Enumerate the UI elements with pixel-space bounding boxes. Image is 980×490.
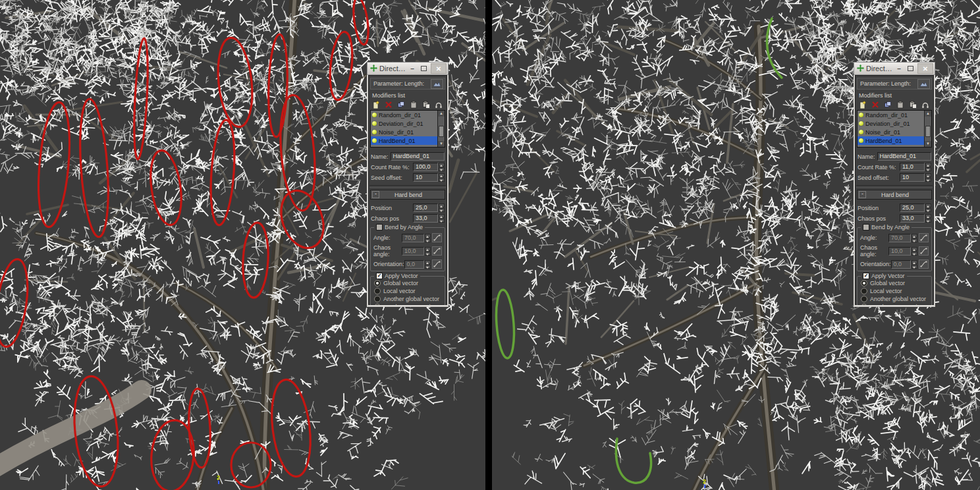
modifiers-list[interactable]: Random_dir_01 Deviation_dir_01 Noise_dir… bbox=[857, 110, 932, 148]
position-spinner[interactable] bbox=[439, 204, 445, 212]
paste-instanced-icon[interactable] bbox=[420, 99, 431, 109]
hard-bend-rollout-header[interactable]: - Hard bend bbox=[370, 190, 445, 200]
radio-another-global-vector[interactable]: Another global vector bbox=[861, 296, 931, 302]
position-spinner[interactable] bbox=[925, 204, 931, 212]
modifier-item[interactable]: Random_dir_01 bbox=[858, 111, 924, 119]
paste-modifier-icon[interactable] bbox=[408, 99, 419, 109]
lightbulb-icon[interactable] bbox=[859, 113, 863, 117]
lightbulb-icon[interactable] bbox=[372, 121, 377, 126]
radio-icon[interactable] bbox=[374, 288, 381, 294]
radio-global-vector[interactable]: Global vector bbox=[374, 280, 444, 286]
curve-icon[interactable] bbox=[919, 233, 929, 242]
modifier-item[interactable]: Deviation_dir_01 bbox=[371, 119, 437, 128]
seed-offset-input[interactable]: 10 bbox=[413, 173, 438, 182]
delete-modifier-icon[interactable] bbox=[383, 99, 394, 109]
curve-icon[interactable] bbox=[432, 259, 442, 269]
headphones-icon[interactable] bbox=[433, 99, 444, 109]
lightbulb-icon[interactable] bbox=[859, 138, 863, 143]
maximize-button[interactable] bbox=[419, 64, 429, 73]
scroll-thumb[interactable] bbox=[925, 126, 931, 137]
radio-icon[interactable] bbox=[861, 288, 867, 294]
bend-by-angle-checkbox[interactable] bbox=[376, 224, 383, 231]
chaos-angle-spinner[interactable] bbox=[912, 247, 917, 256]
lightbulb-icon[interactable] bbox=[372, 130, 377, 134]
minimize-button[interactable]: – bbox=[408, 64, 418, 73]
radio-icon[interactable] bbox=[861, 304, 867, 307]
curve-icon[interactable] bbox=[919, 246, 929, 256]
angle-spinner[interactable] bbox=[912, 234, 917, 242]
paste-instanced-icon[interactable] bbox=[907, 99, 918, 109]
angle-input[interactable]: 70,0 bbox=[402, 234, 424, 242]
minimize-button[interactable]: – bbox=[894, 64, 904, 73]
modifier-item-selected[interactable]: HardBend_01 bbox=[371, 136, 437, 145]
dialog-titlebar[interactable]: Direct… – ✕ bbox=[367, 62, 449, 75]
apply-vector-checkbox[interactable] bbox=[376, 273, 383, 279]
dialog-titlebar[interactable]: Direct… – ✕ bbox=[854, 62, 935, 75]
apply-vector-checkbox[interactable] bbox=[863, 273, 869, 279]
graph-icon[interactable] bbox=[431, 79, 443, 89]
count-rate-spinner[interactable] bbox=[439, 163, 445, 171]
modifier-item[interactable]: Deviation_dir_01 bbox=[858, 119, 924, 128]
radio-icon[interactable] bbox=[861, 296, 867, 302]
chaos-angle-input[interactable]: 10,0 bbox=[402, 247, 424, 256]
curve-icon[interactable] bbox=[432, 233, 442, 242]
chaos-pos-spinner[interactable] bbox=[925, 214, 931, 223]
scroll-down-icon[interactable]: ▼ bbox=[438, 141, 445, 147]
chaos-pos-spinner[interactable] bbox=[439, 214, 445, 223]
radio-icon[interactable] bbox=[374, 280, 381, 286]
orientation-spinner[interactable] bbox=[425, 260, 431, 269]
new-modifier-icon[interactable] bbox=[370, 99, 381, 109]
new-modifier-icon[interactable] bbox=[857, 99, 868, 109]
bend-by-angle-checkbox[interactable] bbox=[863, 224, 869, 231]
orientation-input[interactable]: 0,0 bbox=[891, 260, 911, 269]
paste-modifier-icon[interactable] bbox=[894, 99, 906, 109]
scroll-thumb[interactable] bbox=[439, 126, 444, 137]
radio-local-vector[interactable]: Local vector bbox=[374, 288, 444, 294]
curve-icon[interactable] bbox=[919, 259, 929, 269]
maximize-button[interactable] bbox=[906, 64, 915, 73]
copy-modifier-icon[interactable] bbox=[882, 99, 893, 109]
delete-modifier-icon[interactable] bbox=[869, 99, 881, 109]
count-rate-spinner[interactable] bbox=[925, 163, 931, 171]
close-button[interactable]: ✕ bbox=[917, 63, 933, 74]
chaos-pos-input[interactable]: 33,0 bbox=[413, 214, 438, 223]
radio-another-target-point[interactable]: Another target point bbox=[861, 304, 931, 307]
orientation-input[interactable]: 0,0 bbox=[404, 260, 424, 269]
headphones-icon[interactable] bbox=[919, 99, 931, 109]
curve-icon[interactable] bbox=[432, 246, 442, 256]
modifier-item-selected[interactable]: HardBend_01 bbox=[858, 136, 924, 145]
chaos-angle-input[interactable]: 10,0 bbox=[888, 247, 911, 256]
modifier-item[interactable]: Noise_dir_01 bbox=[371, 128, 437, 136]
name-input[interactable]: HardBend_01 bbox=[877, 152, 931, 161]
seed-offset-spinner[interactable] bbox=[925, 173, 931, 182]
radio-another-global-vector[interactable]: Another global vector bbox=[374, 296, 444, 302]
radio-icon[interactable] bbox=[374, 296, 381, 302]
close-button[interactable]: ✕ bbox=[431, 63, 447, 74]
angle-input[interactable]: 70,0 bbox=[888, 234, 911, 242]
chaos-angle-spinner[interactable] bbox=[425, 247, 431, 256]
angle-spinner[interactable] bbox=[425, 234, 431, 242]
name-input[interactable]: HardBend_01 bbox=[391, 152, 445, 161]
modifiers-list[interactable]: Random_dir_01 Deviation_dir_01 Noise_dir… bbox=[370, 110, 445, 148]
collapse-icon[interactable]: - bbox=[372, 191, 379, 198]
hard-bend-rollout-header[interactable]: - Hard bend bbox=[857, 190, 932, 200]
scroll-down-icon[interactable]: ▼ bbox=[925, 141, 931, 147]
copy-modifier-icon[interactable] bbox=[395, 99, 406, 109]
radio-icon[interactable] bbox=[374, 304, 381, 307]
modifier-item[interactable]: Noise_dir_01 bbox=[858, 128, 924, 136]
graph-icon[interactable] bbox=[917, 79, 930, 89]
orientation-spinner[interactable] bbox=[912, 260, 917, 269]
collapse-icon[interactable]: - bbox=[859, 191, 866, 198]
list-scrollbar[interactable]: ▲ ▼ bbox=[437, 111, 445, 147]
chaos-pos-input[interactable]: 33,0 bbox=[900, 214, 925, 223]
radio-another-target-point[interactable]: Another target point bbox=[374, 304, 444, 307]
seed-offset-spinner[interactable] bbox=[439, 173, 445, 182]
lightbulb-icon[interactable] bbox=[372, 138, 377, 143]
lightbulb-icon[interactable] bbox=[859, 121, 863, 126]
position-input[interactable]: 25,0 bbox=[900, 204, 925, 212]
scroll-up-icon[interactable]: ▲ bbox=[925, 111, 931, 117]
position-input[interactable]: 25,0 bbox=[413, 204, 438, 212]
radio-local-vector[interactable]: Local vector bbox=[861, 288, 931, 294]
lightbulb-icon[interactable] bbox=[372, 113, 377, 117]
count-rate-input[interactable]: 11,0 bbox=[900, 163, 925, 171]
